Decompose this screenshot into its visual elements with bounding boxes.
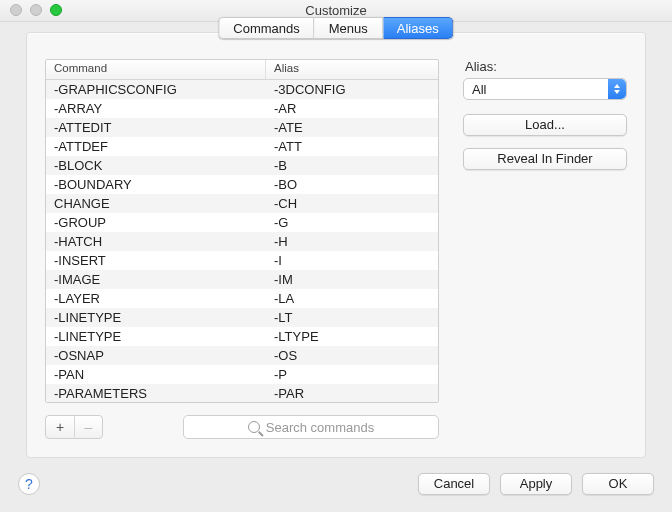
- load-button[interactable]: Load...: [463, 114, 627, 136]
- table-row[interactable]: -GROUP-G: [46, 213, 438, 232]
- table-row[interactable]: -LAYER-LA: [46, 289, 438, 308]
- table-row[interactable]: -PARAMETERS-PAR: [46, 384, 438, 402]
- cancel-button[interactable]: Cancel: [418, 473, 490, 495]
- cell-command: -GRAPHICSCONFIG: [46, 80, 266, 99]
- cell-command: CHANGE: [46, 194, 266, 213]
- cell-command: -ATTDEF: [46, 137, 266, 156]
- table-row[interactable]: -ATTEDIT-ATE: [46, 118, 438, 137]
- column-header-command[interactable]: Command: [46, 60, 266, 79]
- aliases-table-body[interactable]: -GRAPHICSCONFIG-3DCONFIG-ARRAY-AR-ATTEDI…: [46, 80, 438, 402]
- close-window-icon[interactable]: [10, 4, 22, 16]
- alias-select-value: All: [472, 82, 486, 97]
- cell-command: -BOUNDARY: [46, 175, 266, 194]
- table-row[interactable]: -INSERT-I: [46, 251, 438, 270]
- window-title: Customize: [305, 3, 366, 18]
- cell-alias: -CH: [266, 194, 438, 213]
- cell-command: -GROUP: [46, 213, 266, 232]
- aliases-table: Command Alias -GRAPHICSCONFIG-3DCONFIG-A…: [45, 59, 439, 403]
- table-row[interactable]: -PAN-P: [46, 365, 438, 384]
- cell-alias: -LTYPE: [266, 327, 438, 346]
- add-remove-group: + –: [45, 415, 103, 439]
- search-icon: [248, 421, 260, 433]
- cell-command: -BLOCK: [46, 156, 266, 175]
- tab-aliases[interactable]: Aliases: [383, 17, 454, 39]
- table-row[interactable]: -HATCH-H: [46, 232, 438, 251]
- table-row[interactable]: -GRAPHICSCONFIG-3DCONFIG: [46, 80, 438, 99]
- reveal-in-finder-button[interactable]: Reveal In Finder: [463, 148, 627, 170]
- tab-menus[interactable]: Menus: [315, 17, 383, 39]
- chevron-updown-icon: [608, 79, 626, 99]
- cell-alias: -LT: [266, 308, 438, 327]
- zoom-window-icon[interactable]: [50, 4, 62, 16]
- add-button[interactable]: +: [46, 416, 74, 438]
- cell-command: -PAN: [46, 365, 266, 384]
- cell-command: -OSNAP: [46, 346, 266, 365]
- cell-alias: -3DCONFIG: [266, 80, 438, 99]
- cell-command: -ARRAY: [46, 99, 266, 118]
- cell-alias: -OS: [266, 346, 438, 365]
- cell-alias: -PAR: [266, 384, 438, 402]
- tab-commands[interactable]: Commands: [218, 17, 314, 39]
- cell-alias: -I: [266, 251, 438, 270]
- cell-alias: -IM: [266, 270, 438, 289]
- table-row[interactable]: -BLOCK-B: [46, 156, 438, 175]
- help-button[interactable]: ?: [18, 473, 40, 495]
- cell-alias: -B: [266, 156, 438, 175]
- cell-command: -INSERT: [46, 251, 266, 270]
- search-placeholder: Search commands: [266, 420, 374, 435]
- cell-alias: -ATT: [266, 137, 438, 156]
- side-panel: Alias: All Load... Reveal In Finder: [463, 59, 627, 182]
- cell-alias: -H: [266, 232, 438, 251]
- cell-command: -LINETYPE: [46, 308, 266, 327]
- remove-button[interactable]: –: [74, 416, 102, 438]
- cell-command: -IMAGE: [46, 270, 266, 289]
- cell-command: -ATTEDIT: [46, 118, 266, 137]
- ok-button[interactable]: OK: [582, 473, 654, 495]
- apply-button[interactable]: Apply: [500, 473, 572, 495]
- table-row[interactable]: -OSNAP-OS: [46, 346, 438, 365]
- table-row[interactable]: -LINETYPE-LT: [46, 308, 438, 327]
- table-row[interactable]: -ATTDEF-ATT: [46, 137, 438, 156]
- table-row[interactable]: -ARRAY-AR: [46, 99, 438, 118]
- alias-label: Alias:: [463, 59, 627, 74]
- cell-alias: -BO: [266, 175, 438, 194]
- cell-command: -LAYER: [46, 289, 266, 308]
- column-header-alias[interactable]: Alias: [266, 60, 438, 79]
- cell-alias: -AR: [266, 99, 438, 118]
- view-tabs: CommandsMenusAliases: [218, 17, 453, 39]
- table-row[interactable]: -BOUNDARY-BO: [46, 175, 438, 194]
- minimize-window-icon[interactable]: [30, 4, 42, 16]
- alias-select[interactable]: All: [463, 78, 627, 100]
- cell-alias: -LA: [266, 289, 438, 308]
- table-row[interactable]: CHANGE-CH: [46, 194, 438, 213]
- cell-command: -LINETYPE: [46, 327, 266, 346]
- cell-command: -HATCH: [46, 232, 266, 251]
- cell-alias: -G: [266, 213, 438, 232]
- search-commands-input[interactable]: Search commands: [183, 415, 439, 439]
- table-row[interactable]: -IMAGE-IM: [46, 270, 438, 289]
- cell-command: -PARAMETERS: [46, 384, 266, 402]
- cell-alias: -ATE: [266, 118, 438, 137]
- dialog-footer: ? Cancel Apply OK: [0, 464, 672, 512]
- table-row[interactable]: -LINETYPE-LTYPE: [46, 327, 438, 346]
- content-panel: CommandsMenusAliases Command Alias -GRAP…: [26, 32, 646, 458]
- cell-alias: -P: [266, 365, 438, 384]
